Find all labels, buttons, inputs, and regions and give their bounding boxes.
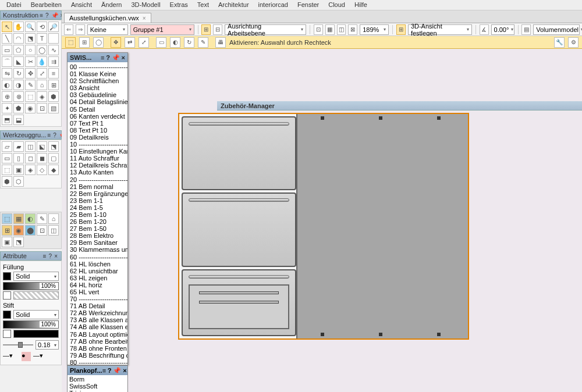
tool-line[interactable]: ╲	[2, 33, 12, 44]
thickness-slider[interactable]	[3, 344, 33, 345]
sel-3[interactable]: ⤢	[139, 37, 149, 48]
gear-icon[interactable]: ⚙	[568, 37, 579, 48]
tool-rect[interactable]: ▭	[2, 45, 12, 55]
print-icon[interactable]: 🖶	[215, 37, 226, 48]
swis-item[interactable]: 01 Klasse Keine	[69, 70, 126, 77]
menu-datei[interactable]: Datei	[2, 1, 26, 9]
fill-color-swatch[interactable]	[3, 272, 11, 280]
tg-4[interactable]: ⬕	[37, 141, 47, 152]
tool-freehand[interactable]: ∿	[48, 45, 59, 55]
swis-item[interactable]: 23 Bem 1-1	[69, 197, 126, 204]
line-style-swatch[interactable]	[13, 330, 59, 338]
swis-item[interactable]: 21 Bem normal	[69, 183, 126, 190]
fill-opacity-slider[interactable]: 100%	[3, 282, 59, 290]
tg-6[interactable]: ▭	[2, 153, 12, 163]
tool-eyedrop[interactable]: 💧	[37, 56, 47, 67]
line-end-dropdown[interactable]: —▾	[33, 352, 49, 361]
tool-i[interactable]: ◈	[37, 91, 47, 102]
sel-2[interactable]: ⇄	[125, 37, 135, 48]
class-dropdown[interactable]: Keine	[87, 24, 128, 35]
menu-extras[interactable]: Extras	[166, 1, 192, 9]
tool-d[interactable]: ⌂	[37, 80, 47, 90]
close-icon[interactable]: ×	[123, 367, 126, 374]
swis-list[interactable]: 00 -----------------------01 Klasse Kein…	[68, 62, 127, 365]
tool-zoom-in[interactable]: 🔎	[48, 22, 59, 32]
tool-rotate[interactable]: ↻	[13, 68, 24, 79]
cat-3[interactable]: ◐	[25, 213, 36, 224]
swis-item[interactable]: 03 Gebäudelinie	[69, 91, 126, 98]
tool-arc[interactable]: ◠	[13, 33, 24, 44]
tool-j[interactable]: ⬢	[48, 91, 59, 102]
swis-item[interactable]: 10 -----------------------	[69, 141, 126, 148]
swis-item[interactable]: 71 AB Detail	[69, 302, 126, 309]
cat-2[interactable]: ▦	[13, 213, 24, 224]
cat-7[interactable]: ◉	[13, 225, 24, 236]
tool-b[interactable]: ◑	[13, 80, 24, 90]
tool-offset[interactable]: ⇉	[48, 56, 59, 67]
swis-item[interactable]: 05 Detail	[69, 106, 126, 113]
plankopf-item[interactable]: Borm	[69, 376, 126, 383]
menu-icon[interactable]: ≡	[47, 132, 51, 138]
mode-lasso[interactable]: ◯	[93, 37, 104, 48]
swis-item[interactable]: 29 Bem Sanitaer	[69, 239, 126, 246]
plankopf-item[interactable]: Triviso	[69, 390, 126, 392]
act-1[interactable]: ▭	[156, 37, 166, 48]
tool-g[interactable]: ⊗	[13, 91, 24, 102]
menu-icon[interactable]: ≡	[102, 367, 106, 374]
menu-hilfe[interactable]: Hilfe	[350, 1, 371, 9]
sel-1[interactable]: ✥	[111, 37, 121, 48]
tool-c[interactable]: ✎	[25, 80, 36, 90]
tg-9[interactable]: ◼	[37, 153, 47, 163]
tg-7[interactable]: ▯	[13, 153, 24, 163]
swis-item[interactable]: 22 Bem Ergänzungen	[69, 190, 126, 197]
swis-item[interactable]: 73 AB alle Klassen ausbl	[69, 316, 126, 323]
swis-item[interactable]: 63 HL zeigen	[69, 275, 126, 281]
cat-12[interactable]: ⬔	[13, 237, 24, 247]
tg-11[interactable]: ⬚	[2, 165, 12, 175]
tool-pan[interactable]: ✋	[13, 22, 24, 32]
tool-l[interactable]: ⬟	[13, 103, 24, 113]
tool-o[interactable]: ▧	[48, 103, 59, 113]
pin-icon[interactable]: 📌	[51, 12, 58, 19]
mode-multi[interactable]: ⊞	[79, 37, 90, 48]
tg-14[interactable]: ◇	[37, 165, 47, 175]
group-dropdown[interactable]: Gruppe #1	[130, 24, 194, 35]
menu-text[interactable]: Text	[193, 1, 213, 9]
help-icon[interactable]: ?	[106, 54, 110, 61]
swis-item[interactable]: 64 HL horiz	[69, 281, 126, 288]
swis-item[interactable]: 04 Detail Belagslinie	[69, 98, 126, 105]
swis-item[interactable]: 07 Text Pt 1	[69, 120, 126, 127]
pen-secondary-swatch[interactable]	[3, 330, 11, 338]
swis-item[interactable]: 60 -----------------------	[69, 254, 126, 261]
close-icon[interactable]: ×	[54, 253, 58, 259]
pin-icon[interactable]: 📌	[113, 367, 121, 375]
tool-f[interactable]: ⊕	[2, 91, 12, 102]
drawing-canvas[interactable]: Zubehör-Manager	[62, 49, 582, 392]
palette-werkzeug-header[interactable]: Werkzeuggru... ≡?📌×	[0, 130, 62, 140]
swis-item[interactable]: 20 -----------------------	[69, 176, 126, 183]
swis-item[interactable]: 03 Ansicht	[69, 84, 126, 91]
swis-item[interactable]: 10 Einstellungen Kanten	[69, 148, 126, 155]
menu-bearbeiten[interactable]: Bearbeiten	[27, 1, 66, 9]
act-4[interactable]: ✎	[198, 37, 208, 48]
vb-4[interactable]: ⊠	[348, 24, 357, 35]
tool-m[interactable]: ◉	[25, 103, 36, 113]
swis-item[interactable]: 06 Kanten verdeckt	[69, 113, 126, 120]
tab-document[interactable]: Ausstellungsküchen.vwx ×	[64, 13, 151, 23]
pin-icon[interactable]: 📌	[112, 54, 120, 62]
swis-item[interactable]: 30 Klammermass umw	[69, 246, 126, 253]
act-3[interactable]: ↻	[184, 37, 194, 48]
swis-item[interactable]: 74 AB alle Klassen einbl	[69, 323, 126, 330]
swis-item[interactable]: 62 HL unsichtbar	[69, 268, 126, 275]
oven-bottom[interactable]	[182, 269, 296, 336]
swis-item[interactable]: 27 Bem 1-50	[69, 225, 126, 232]
menu-ansicht[interactable]: Ansicht	[67, 1, 96, 9]
tg-10[interactable]: ▢	[48, 153, 59, 163]
fill-style-dropdown[interactable]: Solid	[13, 272, 59, 281]
swis-item[interactable]: 11 Auto Schraffur	[69, 155, 126, 162]
cat-4[interactable]: ✎	[37, 213, 47, 224]
view-cube-button[interactable]: ⊞	[396, 24, 406, 35]
nav-fwd-button[interactable]: ⇒	[76, 24, 85, 35]
tg-15[interactable]: ◆	[48, 165, 59, 175]
help-icon[interactable]: ?	[108, 367, 112, 374]
